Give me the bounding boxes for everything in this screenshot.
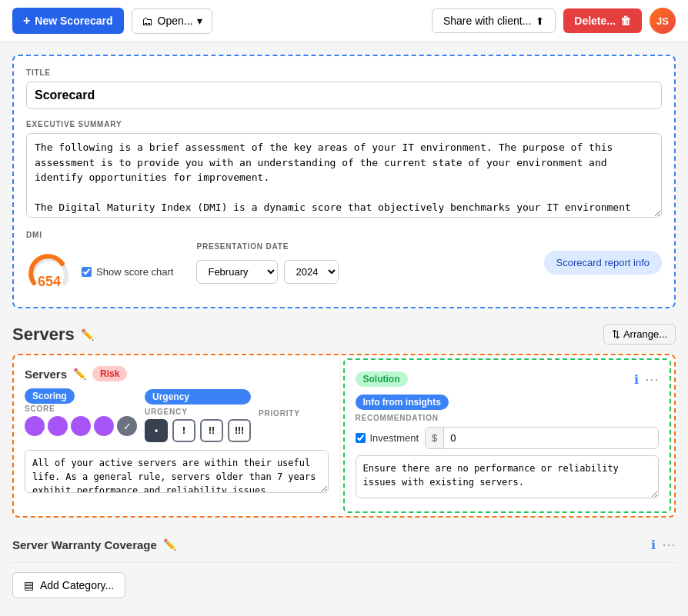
risk-badge: Risk bbox=[92, 366, 127, 381]
server-warranty-dots-icon[interactable]: ⋯ bbox=[662, 536, 676, 553]
show-score-chart-checkbox[interactable] bbox=[82, 267, 92, 277]
urgency-col-label: URGENCY bbox=[145, 408, 251, 416]
server-warranty-row: Server Warranty Coverage ✏️ ℹ ⋯ bbox=[12, 527, 676, 563]
plus-icon: + bbox=[23, 14, 30, 28]
arrange-button[interactable]: ⇅ Arrange... bbox=[603, 324, 676, 345]
investment-row: Investment $ bbox=[356, 427, 660, 449]
exec-summary-textarea[interactable]: The following is a brief assessment of t… bbox=[26, 133, 662, 218]
urgency-btn-4[interactable]: !!! bbox=[228, 419, 251, 442]
arrange-icon: ⇅ bbox=[612, 328, 620, 340]
dmi-row: DMI 654 Show score chart bbox=[26, 231, 662, 295]
card-left: Servers ✏️ Risk Scoring SCORE bbox=[14, 355, 340, 516]
dmi-chart-row: 654 Show score chart bbox=[26, 248, 173, 295]
chevron-down-icon: ▾ bbox=[197, 15, 202, 27]
urgency-tooltip: Urgency bbox=[145, 389, 251, 405]
solution-badge: Solution bbox=[356, 371, 408, 387]
score-circle-2 bbox=[48, 416, 68, 436]
recommendation-label: RECOMMENDATION bbox=[356, 414, 660, 422]
new-scorecard-button[interactable]: + New Scorecard bbox=[12, 8, 124, 34]
score-circle-1 bbox=[25, 416, 45, 436]
exec-summary-label: EXECUTIVE SUMMARY bbox=[26, 120, 662, 128]
title-input[interactable] bbox=[26, 82, 662, 109]
card-right: Solution ℹ ⋯ Info from insights RECOMMEN… bbox=[343, 358, 672, 513]
urgency-btn-1[interactable]: • bbox=[145, 419, 168, 442]
investment-input-wrap: $ bbox=[425, 427, 659, 449]
score-section: Scoring SCORE ✓ bbox=[25, 389, 137, 436]
share-button[interactable]: Share with client... ⬆ bbox=[432, 8, 556, 33]
dmi-gauge: 654 bbox=[26, 248, 72, 295]
score-col-label: SCORE bbox=[25, 405, 137, 413]
card-left-header: Servers ✏️ Risk bbox=[25, 366, 329, 381]
trash-icon: 🗑 bbox=[620, 15, 631, 27]
month-select[interactable]: January February March April May June Ju… bbox=[196, 260, 278, 284]
card-right-header: Solution ℹ ⋯ bbox=[356, 371, 660, 388]
urgency-btn-2[interactable]: ! bbox=[172, 419, 195, 442]
add-category-button[interactable]: ▤ Add Category... bbox=[12, 572, 125, 598]
investment-value-input[interactable] bbox=[444, 428, 658, 448]
investment-checkbox[interactable] bbox=[356, 433, 366, 443]
avatar: JS bbox=[650, 8, 676, 34]
servers-section-title: Servers bbox=[12, 325, 75, 345]
show-score-chart-label[interactable]: Show score chart bbox=[82, 266, 173, 278]
dollar-sign: $ bbox=[426, 428, 444, 448]
server-warranty-edit-button[interactable]: ✏️ bbox=[163, 538, 176, 551]
server-warranty-title: Server Warranty Coverage bbox=[12, 538, 157, 551]
info-icon: ℹ bbox=[634, 372, 639, 387]
servers-section-header: Servers ✏️ ⇅ Arrange... bbox=[12, 324, 676, 345]
presentation-date-section: PRESENTATION DATE January February March… bbox=[196, 242, 339, 284]
delete-button[interactable]: Delete... 🗑 bbox=[563, 8, 642, 33]
urgency-btn-3[interactable]: !! bbox=[200, 419, 223, 442]
insights-tooltip: Info from insights bbox=[356, 395, 449, 410]
main-content: TITLE EXECUTIVE SUMMARY The following is… bbox=[0, 42, 688, 611]
score-circle-4 bbox=[94, 416, 114, 436]
score-circle-check: ✓ bbox=[117, 416, 137, 436]
dots-icon[interactable]: ⋯ bbox=[645, 371, 659, 388]
open-button[interactable]: 🗂 Open... ▾ bbox=[132, 8, 213, 34]
scorecard-info-box: TITLE EXECUTIVE SUMMARY The following is… bbox=[12, 55, 676, 308]
card-title: Servers bbox=[25, 368, 67, 381]
score-circles: ✓ bbox=[25, 416, 137, 436]
year-select[interactable]: 2022 2023 2024 2025 bbox=[284, 260, 339, 284]
server-warranty-info-icon: ℹ bbox=[651, 538, 656, 552]
priority-section: PRIORITY bbox=[259, 389, 300, 418]
upload-icon: ⬆ bbox=[536, 15, 544, 27]
score-circle-3 bbox=[71, 416, 91, 436]
dmi-section: DMI 654 Show score chart bbox=[26, 231, 173, 295]
add-category-icon: ▤ bbox=[24, 579, 34, 591]
score-text-area[interactable]: All of your active servers are within th… bbox=[25, 450, 329, 493]
card-edit-button[interactable]: ✏️ bbox=[73, 368, 86, 380]
dmi-label: DMI bbox=[26, 231, 173, 239]
urgency-section: Urgency URGENCY • ! !! !!! bbox=[145, 389, 251, 442]
scorecard-report-info-button[interactable]: Scorecard report info bbox=[544, 251, 662, 275]
priority-col-label: PRIORITY bbox=[259, 409, 300, 418]
dmi-score-text: 654 bbox=[38, 274, 61, 290]
servers-edit-button[interactable]: ✏️ bbox=[81, 328, 94, 341]
recommendation-textarea[interactable]: Ensure there are no performance or relia… bbox=[356, 455, 660, 498]
title-label: TITLE bbox=[26, 68, 662, 77]
date-selects: January February March April May June Ju… bbox=[196, 260, 339, 284]
urgency-buttons: • ! !! !!! bbox=[145, 419, 251, 442]
servers-card: Servers ✏️ Risk Scoring SCORE bbox=[12, 354, 676, 518]
investment-label[interactable]: Investment bbox=[356, 432, 419, 444]
presentation-date-label: PRESENTATION DATE bbox=[196, 242, 339, 251]
topbar: + New Scorecard 🗂 Open... ▾ Share with c… bbox=[0, 0, 688, 42]
scoring-tooltip: Scoring bbox=[25, 388, 75, 404]
open-icon: 🗂 bbox=[142, 15, 153, 28]
